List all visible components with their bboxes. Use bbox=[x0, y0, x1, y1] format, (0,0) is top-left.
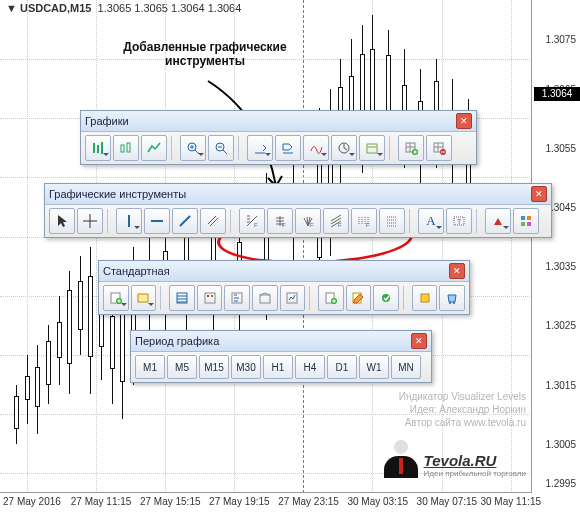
toolbar-standard[interactable]: Стандартная ✕ bbox=[98, 260, 470, 315]
bar-chart-button[interactable] bbox=[85, 135, 111, 161]
signals-button[interactable] bbox=[412, 285, 438, 311]
fibo-tool-5-button[interactable]: F bbox=[351, 208, 377, 234]
zoom-out-button[interactable] bbox=[208, 135, 234, 161]
svg-rect-25 bbox=[205, 293, 215, 303]
period-w1-button[interactable]: W1 bbox=[359, 355, 389, 379]
svg-rect-29 bbox=[260, 295, 270, 303]
fibo-tool-3-button[interactable]: F bbox=[295, 208, 321, 234]
toolbar-charts-title: Графики bbox=[85, 115, 129, 127]
annotation-label: Добавленные графическиеинструменты bbox=[115, 40, 295, 69]
close-icon[interactable]: ✕ bbox=[411, 333, 427, 349]
templates-button[interactable] bbox=[359, 135, 385, 161]
autoscroll-button[interactable] bbox=[247, 135, 273, 161]
fibo-tool-2-button[interactable]: F bbox=[267, 208, 293, 234]
new-order-button[interactable] bbox=[318, 285, 344, 311]
fibo-tool-6-button[interactable] bbox=[379, 208, 405, 234]
svg-rect-1 bbox=[127, 143, 130, 152]
period-d1-button[interactable]: D1 bbox=[327, 355, 357, 379]
svg-rect-35 bbox=[421, 294, 429, 302]
svg-point-36 bbox=[449, 302, 451, 304]
symbol-label: ▼ USDCAD,M15 1.3065 1.3065 1.3064 1.3064 bbox=[6, 2, 241, 14]
terminal-button[interactable] bbox=[252, 285, 278, 311]
cursor-button[interactable] bbox=[49, 208, 75, 234]
toolbar-drawing-title: Графические инструменты bbox=[49, 188, 186, 200]
text-label-button[interactable]: A bbox=[418, 208, 444, 234]
market-button[interactable] bbox=[439, 285, 465, 311]
price-axis: 1.3075 1.3065 1.3055 1.3045 1.3035 1.302… bbox=[531, 0, 580, 493]
vertical-line-button[interactable] bbox=[116, 208, 142, 234]
zoom-in-button[interactable] bbox=[180, 135, 206, 161]
shapes-button[interactable] bbox=[485, 208, 511, 234]
svg-rect-23 bbox=[138, 294, 148, 302]
svg-text:F: F bbox=[310, 222, 314, 228]
text-object-button[interactable]: T bbox=[446, 208, 472, 234]
svg-text:T: T bbox=[457, 218, 462, 225]
svg-rect-5 bbox=[367, 144, 377, 153]
period-mn-button[interactable]: MN bbox=[391, 355, 421, 379]
svg-text:F: F bbox=[254, 222, 258, 228]
strategy-tester-button[interactable] bbox=[280, 285, 306, 311]
period-m30-button[interactable]: M30 bbox=[231, 355, 261, 379]
toolbar-period[interactable]: Период графика ✕ M1 M5 M15 M30 H1 H4 D1 … bbox=[130, 330, 432, 383]
svg-rect-17 bbox=[521, 216, 525, 220]
close-icon[interactable]: ✕ bbox=[531, 186, 547, 202]
svg-text:F: F bbox=[366, 222, 370, 228]
current-price-marker: 1.3064 bbox=[534, 87, 580, 101]
brand-logo: Tevola.RU Идеи прибыльной торговли bbox=[384, 440, 526, 478]
objects-list-button[interactable] bbox=[513, 208, 539, 234]
horizontal-line-button[interactable] bbox=[144, 208, 170, 234]
toolbar-charts[interactable]: Графики ✕ bbox=[80, 110, 477, 165]
channel-button[interactable] bbox=[200, 208, 226, 234]
navigator-button[interactable] bbox=[224, 285, 250, 311]
close-icon[interactable]: ✕ bbox=[449, 263, 465, 279]
crosshair-button[interactable] bbox=[77, 208, 103, 234]
autotrading-button[interactable] bbox=[373, 285, 399, 311]
trend-line-button[interactable] bbox=[172, 208, 198, 234]
suit-icon bbox=[384, 440, 418, 478]
svg-rect-0 bbox=[121, 145, 124, 152]
candlestick-chart-button[interactable] bbox=[113, 135, 139, 161]
data-window-button[interactable] bbox=[197, 285, 223, 311]
grid-remove-button[interactable] bbox=[426, 135, 452, 161]
close-icon[interactable]: ✕ bbox=[456, 113, 472, 129]
toolbar-drawing[interactable]: Графические инструменты ✕ F F F F F A T bbox=[44, 183, 552, 238]
fibo-tool-1-button[interactable]: F bbox=[239, 208, 265, 234]
fibo-tool-4-button[interactable]: F bbox=[323, 208, 349, 234]
svg-rect-26 bbox=[207, 295, 209, 297]
svg-rect-19 bbox=[521, 222, 525, 226]
toolbar-period-title: Период графика bbox=[135, 335, 219, 347]
grid-add-button[interactable] bbox=[398, 135, 424, 161]
svg-point-37 bbox=[453, 302, 455, 304]
periods-button[interactable] bbox=[331, 135, 357, 161]
period-m1-button[interactable]: M1 bbox=[135, 355, 165, 379]
svg-rect-18 bbox=[527, 216, 531, 220]
period-h1-button[interactable]: H1 bbox=[263, 355, 293, 379]
market-watch-button[interactable] bbox=[169, 285, 195, 311]
period-h4-button[interactable]: H4 bbox=[295, 355, 325, 379]
time-axis: 27 May 2016 27 May 11:15 27 May 15:15 27… bbox=[0, 492, 532, 515]
profiles-button[interactable] bbox=[131, 285, 157, 311]
watermark-credits: Индикатор Visualizer Levels Идея: Алекса… bbox=[316, 390, 526, 429]
new-chart-button[interactable] bbox=[103, 285, 129, 311]
metaeditor-button[interactable] bbox=[346, 285, 372, 311]
svg-text:F: F bbox=[338, 222, 342, 228]
period-m15-button[interactable]: M15 bbox=[199, 355, 229, 379]
indicators-button[interactable] bbox=[303, 135, 329, 161]
svg-rect-27 bbox=[211, 295, 213, 297]
line-chart-button[interactable] bbox=[141, 135, 167, 161]
period-m5-button[interactable]: M5 bbox=[167, 355, 197, 379]
toolbar-standard-title: Стандартная bbox=[103, 265, 170, 277]
svg-text:F: F bbox=[282, 222, 286, 228]
chart-shift-button[interactable] bbox=[275, 135, 301, 161]
svg-rect-20 bbox=[527, 222, 531, 226]
